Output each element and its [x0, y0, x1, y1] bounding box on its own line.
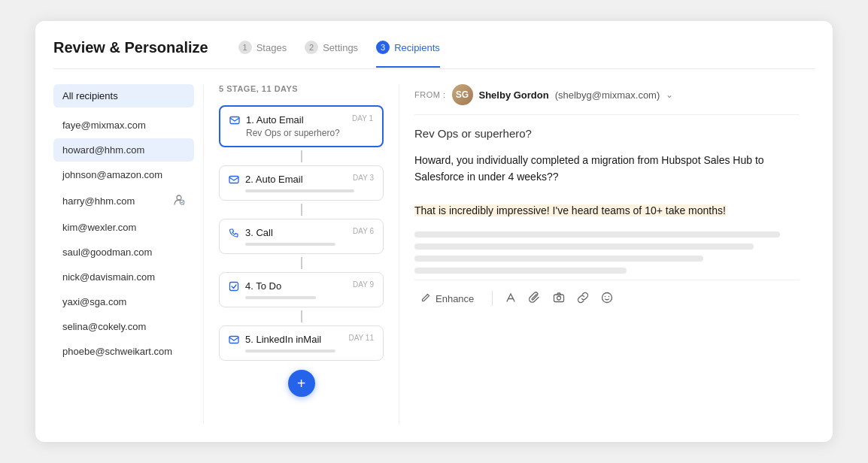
tab-stages-label: Stages: [256, 42, 287, 53]
paperclip-icon[interactable]: [529, 292, 541, 306]
step-name: 4. To Do: [245, 280, 281, 292]
email-subject: Rev Ops or superhero?: [414, 127, 800, 140]
step-title: 2. Auto Email DAY 3: [245, 174, 374, 185]
email-icon: [229, 115, 240, 128]
phone-icon: [229, 228, 239, 241]
recipient-email: phoebe@schweikart.com: [62, 346, 172, 357]
recipient-email: howard@hhm.com: [62, 144, 144, 156]
all-recipients-button[interactable]: All recipients: [53, 84, 194, 107]
content-area: All recipients faye@mixmax.com howard@hh…: [53, 84, 815, 424]
step-connector: [301, 150, 302, 162]
enhance-label: Enhance: [436, 293, 474, 304]
stage-info: 5 STAGE, 11 DAYS: [219, 84, 384, 93]
tab-settings-number: 2: [305, 41, 318, 54]
pencil-icon: [420, 292, 431, 305]
recipient-email: faye@mixmax.com: [62, 120, 146, 131]
list-item[interactable]: harry@hhm.com: [53, 188, 194, 214]
body-line: [414, 268, 627, 274]
svg-point-9: [605, 295, 606, 297]
camera-icon[interactable]: [553, 292, 565, 306]
stages-panel: 5 STAGE, 11 DAYS 1. Auto Email DAY 1 Rev…: [204, 84, 399, 424]
add-icon: +: [297, 375, 306, 392]
recipient-email: johnson@amazon.com: [62, 169, 162, 180]
recipient-email: harry@hhm.com: [62, 195, 135, 207]
list-item[interactable]: howard@hhm.com: [53, 138, 194, 162]
step-header: 4. To Do DAY 9: [229, 280, 374, 299]
step-content: 4. To Do DAY 9: [245, 280, 374, 299]
step-content: 2. Auto Email DAY 3: [245, 174, 374, 192]
body-intro: Howard, you individually completed a mig…: [414, 154, 764, 183]
sender-name: Shelby Gordon: [479, 89, 549, 101]
list-item[interactable]: selina@cokely.com: [53, 315, 194, 338]
list-item[interactable]: nick@davismain.com: [53, 265, 194, 289]
tab-recipients-label: Recipients: [394, 42, 440, 53]
toolbar-divider: [492, 291, 493, 306]
email-from: FROM : SG Shelby Gordon (shelbyg@mixmax.…: [414, 84, 800, 115]
tabs: 1 Stages 2 Settings 3 Recipients: [238, 41, 440, 55]
step-1[interactable]: 1. Auto Email DAY 1 Rev Ops or superhero…: [219, 105, 384, 147]
tab-stages[interactable]: 1 Stages: [238, 41, 287, 68]
step-name: 3. Call: [245, 227, 273, 238]
avatar-image: SG: [452, 84, 473, 105]
step-3[interactable]: 3. Call DAY 6: [219, 219, 384, 254]
step-name: 1. Auto Email: [246, 114, 304, 126]
step-2[interactable]: 2. Auto Email DAY 3: [219, 165, 384, 201]
recipient-email: selina@cokely.com: [62, 321, 146, 332]
from-label: FROM :: [414, 90, 446, 99]
step-bar: [245, 350, 335, 353]
step-title: 3. Call DAY 6: [245, 227, 374, 238]
list-item[interactable]: kim@wexler.com: [53, 216, 194, 239]
step-header: 3. Call DAY 6: [229, 227, 374, 246]
step-name: 2. Auto Email: [245, 174, 303, 185]
recipient-email: nick@davismain.com: [62, 271, 155, 283]
list-item[interactable]: saul@goodman.com: [53, 241, 194, 264]
link-icon[interactable]: [577, 292, 589, 306]
step-content: 1. Auto Email DAY 1 Rev Ops or superhero…: [246, 114, 373, 138]
recipient-email: kim@wexler.com: [62, 222, 136, 233]
body-line: [414, 232, 780, 238]
svg-point-7: [557, 296, 561, 300]
step-content: 3. Call DAY 6: [245, 227, 374, 246]
main-container: Review & Personalize 1 Stages 2 Settings…: [35, 21, 833, 442]
svg-point-8: [602, 292, 612, 302]
recipient-email: saul@goodman.com: [62, 247, 152, 258]
tab-stages-number: 1: [238, 41, 252, 54]
svg-rect-4: [230, 283, 238, 291]
step-5[interactable]: 5. LinkedIn inMail DAY 11: [219, 325, 384, 361]
body-line: [414, 244, 754, 250]
person-icon: [173, 194, 185, 208]
tab-recipients-number: 3: [376, 41, 390, 54]
svg-rect-5: [229, 337, 238, 343]
step-day: DAY 3: [353, 174, 374, 182]
tab-settings[interactable]: 2 Settings: [305, 41, 358, 68]
list-item[interactable]: faye@mixmax.com: [53, 113, 194, 137]
list-item[interactable]: phoebe@schweikart.com: [53, 340, 194, 363]
step-header: 2. Auto Email DAY 3: [229, 174, 374, 192]
add-step-button[interactable]: +: [288, 370, 315, 397]
step-4[interactable]: 4. To Do DAY 9: [219, 272, 384, 307]
email-preview-panel: FROM : SG Shelby Gordon (shelbyg@mixmax.…: [399, 84, 815, 424]
step-day: DAY 11: [348, 334, 374, 342]
step-title: 5. LinkedIn inMail DAY 11: [245, 334, 374, 345]
step-subtitle: Rev Ops or superhero?: [246, 128, 373, 138]
font-icon[interactable]: [505, 292, 517, 306]
email-toolbar: Enhance: [414, 280, 800, 308]
step-connector: [301, 204, 302, 216]
step-bar: [245, 243, 335, 246]
step-title: 1. Auto Email DAY 1: [246, 114, 373, 126]
step-name: 5. LinkedIn inMail: [245, 334, 321, 345]
enhance-button[interactable]: Enhance: [414, 289, 480, 308]
list-item[interactable]: johnson@amazon.com: [53, 163, 194, 186]
svg-point-0: [177, 195, 181, 200]
step-header: 5. LinkedIn inMail DAY 11: [229, 334, 374, 353]
step-bar: [245, 296, 316, 299]
tab-recipients[interactable]: 3 Recipients: [376, 41, 440, 68]
svg-point-10: [609, 295, 610, 297]
page-title: Review & Personalize: [53, 39, 208, 56]
body-line: [414, 256, 703, 262]
chevron-down-icon[interactable]: ⌄: [666, 89, 673, 100]
list-item[interactable]: yaxi@sga.com: [53, 290, 194, 313]
step-day: DAY 1: [352, 114, 373, 123]
tab-settings-label: Settings: [323, 42, 358, 53]
emoji-icon[interactable]: [601, 292, 613, 306]
